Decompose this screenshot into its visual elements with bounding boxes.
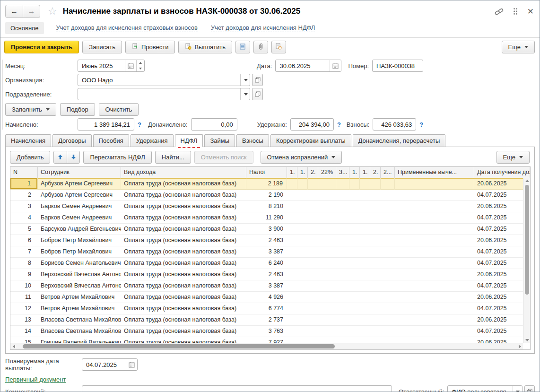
cell-rate-col[interactable]: [370, 178, 381, 190]
cell-rate-col[interactable]: [381, 280, 395, 292]
cell-income-date[interactable]: 04.07.2025: [474, 258, 530, 269]
fill-button[interactable]: Заполнить: [5, 103, 56, 116]
table-row[interactable]: 4Барков Семен АндреевичОплата труда (осн…: [10, 212, 530, 224]
cell-income-date[interactable]: 04.07.2025: [474, 246, 530, 258]
more-menu-icon[interactable]: [513, 8, 518, 15]
cell-income-type[interactable]: Оплата труда (основная налоговая база): [121, 212, 246, 224]
cell-rate-col[interactable]: [297, 314, 308, 326]
column-header-14[interactable]: Дата получения дохо...: [474, 167, 530, 178]
scroll-left-icon[interactable]: [13, 345, 15, 348]
cell-rate-col[interactable]: [308, 178, 318, 190]
cell-rate-col[interactable]: [370, 224, 381, 235]
withheld-field[interactable]: 204 394,00: [290, 118, 334, 131]
cell-income-date[interactable]: 20.06.2025: [474, 292, 530, 303]
cell-tax[interactable]: 3 387: [246, 280, 287, 292]
cell-rate-col[interactable]: [287, 280, 297, 292]
table-row[interactable]: 11Ветров Артем МихайловичОплата труда (о…: [10, 292, 530, 303]
cell-rate-col[interactable]: [370, 190, 381, 201]
cell-rate-col[interactable]: [370, 269, 381, 280]
cell-employee[interactable]: Барсуков Андрей Евгеньевич: [38, 224, 121, 235]
cell-rate-col[interactable]: [381, 201, 395, 212]
cell-rate-col[interactable]: [318, 246, 336, 258]
table-row[interactable]: 5Барсуков Андрей ЕвгеньевичОплата труда …: [10, 224, 530, 235]
cell-rate-col[interactable]: [381, 224, 395, 235]
form-more-button[interactable]: Еще: [502, 41, 535, 53]
tab-Удержания[interactable]: Удержания: [131, 134, 174, 147]
cell-rate-col[interactable]: [318, 201, 336, 212]
cell-employee[interactable]: Барков Семен Андреевич: [38, 212, 121, 224]
organization-open-button[interactable]: [252, 74, 263, 86]
cell-rate-col[interactable]: [297, 212, 308, 224]
cell-rate-col[interactable]: [360, 292, 370, 303]
find-button[interactable]: Найти...: [155, 151, 191, 164]
cell-rate-col[interactable]: [297, 246, 308, 258]
cell-rate-col[interactable]: [381, 246, 395, 258]
cell-rate-col[interactable]: [336, 201, 349, 212]
cell-rate-col[interactable]: [370, 314, 381, 326]
cell-applied-deductions[interactable]: [395, 269, 474, 280]
cell-rate-col[interactable]: [287, 258, 297, 269]
contributions-field[interactable]: 426 033,63: [373, 118, 416, 131]
cell-rate-col[interactable]: [360, 178, 370, 190]
cell-rate-col[interactable]: [318, 292, 336, 303]
cell-rate-col[interactable]: [349, 235, 360, 246]
department-open-button[interactable]: [252, 88, 263, 100]
cell-rate-col[interactable]: [297, 280, 308, 292]
cell-rate-col[interactable]: [336, 224, 349, 235]
cell-rate-col[interactable]: [287, 224, 297, 235]
cell-row-number[interactable]: 12: [10, 303, 38, 314]
cell-income-type[interactable]: Оплата труда (основная налоговая база): [121, 178, 246, 190]
organization-input[interactable]: ООО Надо: [78, 74, 250, 86]
cell-rate-col[interactable]: [308, 314, 318, 326]
cell-rate-col[interactable]: [297, 269, 308, 280]
tab-Доначисления, перерасчеты[interactable]: Доначисления, перерасчеты: [353, 134, 446, 147]
cell-income-type[interactable]: Оплата труда (основная налоговая база): [121, 269, 246, 280]
forward-button[interactable]: →: [23, 5, 40, 17]
link-icon[interactable]: [495, 8, 504, 16]
comment-input[interactable]: [82, 385, 392, 392]
scroll-down-icon[interactable]: [525, 339, 529, 341]
cell-rate-col[interactable]: [318, 212, 336, 224]
cell-rate-col[interactable]: [297, 201, 308, 212]
cell-employee[interactable]: Верховский Вячеслав Антоно...: [38, 269, 121, 280]
cell-rate-col[interactable]: [349, 190, 360, 201]
cell-rate-col[interactable]: [318, 269, 336, 280]
cell-rate-col[interactable]: [308, 212, 318, 224]
cell-applied-deductions[interactable]: [395, 212, 474, 224]
cell-rate-col[interactable]: [349, 178, 360, 190]
additional-field[interactable]: 0,00: [191, 118, 237, 131]
column-header-12[interactable]: 2...: [381, 167, 395, 178]
cell-income-date[interactable]: 20.06.2025: [474, 269, 530, 280]
cell-rate-col[interactable]: [287, 269, 297, 280]
recalculate-ndfl-button[interactable]: Пересчитать НДФЛ: [83, 151, 151, 164]
cell-rate-col[interactable]: [336, 292, 349, 303]
cell-applied-deductions[interactable]: [395, 258, 474, 269]
cell-rate-col[interactable]: [370, 280, 381, 292]
cell-employee[interactable]: Борисов Семен Анатольевич: [38, 258, 121, 269]
cell-rate-col[interactable]: [336, 246, 349, 258]
cell-rate-col[interactable]: [308, 258, 318, 269]
cell-applied-deductions[interactable]: [395, 303, 474, 314]
cell-income-date[interactable]: 20.06.2025: [474, 314, 530, 326]
cell-employee[interactable]: Бобров Петр Михайлович: [38, 246, 121, 258]
cell-rate-col[interactable]: [287, 246, 297, 258]
cell-income-date[interactable]: 20.06.2025: [474, 235, 530, 246]
cell-rate-col[interactable]: [370, 292, 381, 303]
cell-tax[interactable]: 11 290: [246, 212, 287, 224]
responsible-input[interactable]: ФИО пользователя: [447, 385, 522, 392]
cell-rate-col[interactable]: [336, 258, 349, 269]
cell-tax[interactable]: 2 190: [246, 190, 287, 201]
cell-employee[interactable]: Ветров Артем Михайлович: [38, 292, 121, 303]
cell-tax[interactable]: 6 240: [246, 258, 287, 269]
month-stepper[interactable]: [136, 60, 144, 71]
cell-applied-deductions[interactable]: [395, 201, 474, 212]
cell-tax[interactable]: 8 210: [246, 201, 287, 212]
cell-rate-col[interactable]: [287, 201, 297, 212]
cell-rate-col[interactable]: [381, 326, 395, 337]
column-header-7[interactable]: 22%: [318, 167, 336, 178]
cell-applied-deductions[interactable]: [395, 292, 474, 303]
cell-rate-col[interactable]: [308, 190, 318, 201]
cell-rate-col[interactable]: [360, 280, 370, 292]
cell-applied-deductions[interactable]: [395, 326, 474, 337]
cell-applied-deductions[interactable]: [395, 246, 474, 258]
